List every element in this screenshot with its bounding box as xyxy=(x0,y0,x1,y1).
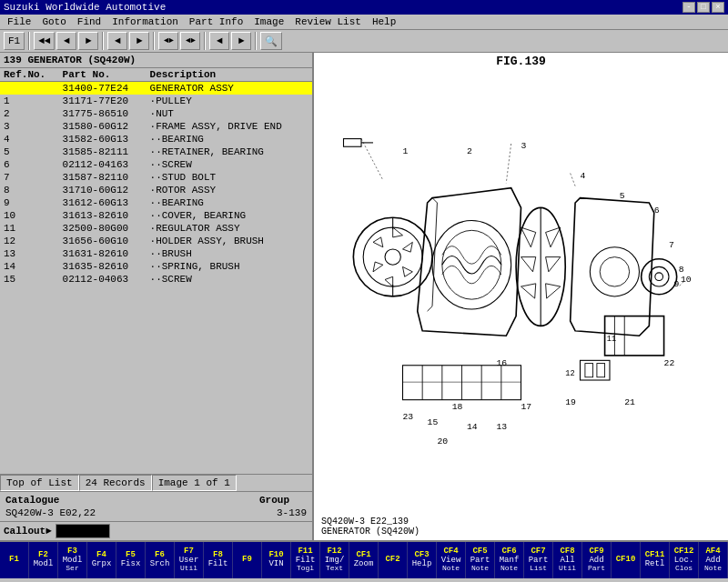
cell-desc: ··SCREW xyxy=(147,273,312,286)
svg-text:3: 3 xyxy=(521,141,527,151)
menu-file[interactable]: File xyxy=(2,15,36,28)
fkey-label2: Ser xyxy=(66,565,78,573)
maximize-button[interactable]: □ xyxy=(697,2,710,13)
fkey-f7[interactable]: F7 User Util xyxy=(175,542,204,578)
fkey-f6[interactable]: F6 Srch xyxy=(146,542,175,578)
fkey-f8[interactable]: F8 Filt xyxy=(204,542,233,578)
col-desc: Description xyxy=(147,68,312,82)
fkey-cf5[interactable]: CF5 Part Note xyxy=(466,542,495,578)
fkey-f12[interactable]: F12 Img/ Text xyxy=(320,542,349,578)
fkey-cf9[interactable]: CF9 Add Part xyxy=(582,542,612,578)
menu-information[interactable]: Information xyxy=(106,15,184,28)
fkey-cf12[interactable]: CF12 Loc. Clos xyxy=(670,542,699,578)
menu-help[interactable]: Help xyxy=(367,15,401,28)
fkey-cf11[interactable]: CF11 Retl xyxy=(641,542,670,578)
parts-table-container[interactable]: Ref.No. Part No. Description 31400-77E24… xyxy=(0,68,312,474)
fkey-cf1[interactable]: CF1 Zoom xyxy=(349,542,379,578)
table-row[interactable]: 12 31656-60G10 ·HOLDER ASSY, BRUSH xyxy=(0,235,312,247)
fkey-bar: F1 F2 Modl F3 Modl Ser F4 Grpx F5 Fisx F… xyxy=(0,540,728,578)
table-row[interactable]: 4 31582-60G13 ··BEARING xyxy=(0,133,312,146)
status-image[interactable]: Image 1 of 1 xyxy=(152,475,237,491)
menu-partinfo[interactable]: Part Info xyxy=(184,15,248,28)
minimize-button[interactable]: - xyxy=(682,2,695,13)
svg-text:7: 7 xyxy=(669,240,674,250)
diagram-area: 1 2 3 4 5 6 7 8 xyxy=(314,70,728,513)
svg-text:15: 15 xyxy=(428,417,439,427)
cell-partno: 31710-60G12 xyxy=(59,184,147,196)
table-row[interactable]: 31400-77E24 GENERATOR ASSY xyxy=(0,82,312,95)
fkey-cf6[interactable]: CF6 Manf Note xyxy=(495,542,524,578)
menu-find[interactable]: Find xyxy=(72,15,106,28)
menu-image[interactable]: Image xyxy=(248,15,289,28)
close-button[interactable]: × xyxy=(712,2,724,13)
svg-text:11: 11 xyxy=(607,335,616,344)
svg-text:9: 9 xyxy=(673,279,679,289)
fkey-f11[interactable]: F11 Filt Togl xyxy=(291,542,320,578)
cell-ref: 12 xyxy=(0,235,59,247)
parts-title: 139 GENERATOR (SQ420W) xyxy=(0,53,312,68)
catalogue-info: Catalogue Group SQ420W-3 E02,22 3-139 xyxy=(0,491,312,521)
menu-reviewlist[interactable]: Review List xyxy=(289,15,367,28)
table-row[interactable]: 2 31775-86510 ·NUT xyxy=(0,107,312,120)
diagram-title: FIG.139 xyxy=(314,53,728,70)
toolbar-back[interactable]: ◄ xyxy=(107,32,127,50)
table-row[interactable]: 9 31612-60G13 ··BEARING xyxy=(0,196,312,209)
cell-ref: 15 xyxy=(0,273,59,286)
fkey-cf8[interactable]: CF8 All Util xyxy=(553,542,582,578)
fkey-af4[interactable]: AF4 Add Note xyxy=(699,542,728,578)
table-row[interactable]: 14 31635-82610 ··SPRING, BRUSH xyxy=(0,260,312,273)
fkey-cf10[interactable]: CF10 xyxy=(612,542,641,578)
svg-text:14: 14 xyxy=(467,422,478,432)
fkey-f5[interactable]: F5 Fisx xyxy=(116,542,146,578)
fkey-cf4[interactable]: CF4 View Note xyxy=(437,542,466,578)
status-records[interactable]: 24 Records xyxy=(79,475,152,491)
fkey-label1: Grpx xyxy=(92,560,112,569)
cell-ref: 13 xyxy=(0,247,59,260)
cell-ref xyxy=(0,82,59,95)
table-row[interactable]: 6 02112-04163 ··SCREW xyxy=(0,158,312,171)
fkey-f9[interactable]: F9 xyxy=(233,542,262,578)
toolbar-f1[interactable]: F1 xyxy=(4,32,25,50)
parts-table: Ref.No. Part No. Description 31400-77E24… xyxy=(0,68,312,286)
cell-desc: ··STUD BOLT xyxy=(147,171,312,184)
toolbar-fwd[interactable]: ► xyxy=(129,32,149,50)
table-row[interactable]: 1 31171-77E20 ·PULLEY xyxy=(0,95,312,107)
title-bar: Suzuki Worldwide Automotive - □ × xyxy=(0,0,728,15)
fkey-cf2[interactable]: CF2 xyxy=(379,542,408,578)
svg-text:8: 8 xyxy=(679,265,684,275)
table-row[interactable]: 3 31580-60G12 ·FRAME ASSY, DRIVE END xyxy=(0,120,312,133)
toolbar-fwd2[interactable]: ► xyxy=(231,32,251,50)
table-header-row: Ref.No. Part No. Description xyxy=(0,68,312,82)
cell-partno: 32500-80G00 xyxy=(59,222,147,235)
table-row[interactable]: 15 02112-04063 ··SCREW xyxy=(0,273,312,286)
fkey-num: CF10 xyxy=(616,556,636,565)
table-row[interactable]: 8 31710-60G12 ·ROTOR ASSY xyxy=(0,184,312,196)
table-row[interactable]: 7 31587-82110 ··STUD BOLT xyxy=(0,171,312,184)
callout-input[interactable] xyxy=(56,524,110,538)
toolbar-prev[interactable]: ◄ xyxy=(56,32,76,50)
fkey-f10[interactable]: F10 VIN xyxy=(262,542,291,578)
toolbar-next[interactable]: ► xyxy=(78,32,98,50)
status-top-of-list[interactable]: Top of List xyxy=(0,475,79,491)
fkey-f4[interactable]: F4 Grpx xyxy=(87,542,116,578)
cell-partno: 31587-82110 xyxy=(59,171,147,184)
table-row[interactable]: 13 31631-82610 ··BRUSH xyxy=(0,247,312,260)
fkey-f1[interactable]: F1 xyxy=(0,542,29,578)
cell-partno: 31400-77E24 xyxy=(59,82,147,95)
toolbar-search[interactable]: 🔍 xyxy=(260,32,282,50)
cell-ref: 9 xyxy=(0,196,59,209)
toolbar-prev-next[interactable]: ◄► xyxy=(158,32,178,50)
cell-ref: 2 xyxy=(0,107,59,120)
fkey-f3[interactable]: F3 Modl Ser xyxy=(58,542,87,578)
table-row[interactable]: 11 32500-80G00 ·REGULATOR ASSY xyxy=(0,222,312,235)
fkey-cf3[interactable]: CF3 Help xyxy=(408,542,437,578)
menu-goto[interactable]: Goto xyxy=(36,15,71,28)
toolbar-prev-prev[interactable]: ◄◄ xyxy=(34,32,55,50)
table-row[interactable]: 5 31585-82111 ··RETAINER, BEARING xyxy=(0,146,312,158)
fkey-f2[interactable]: F2 Modl xyxy=(29,542,58,578)
toolbar-back2[interactable]: ◄ xyxy=(209,32,229,50)
fkey-cf7[interactable]: CF7 Part List xyxy=(524,542,553,578)
table-row[interactable]: 10 31613-82610 ··COVER, BEARING xyxy=(0,209,312,222)
cell-partno: 31656-60G10 xyxy=(59,235,147,247)
toolbar-prev-next2[interactable]: ◄► xyxy=(180,32,200,50)
